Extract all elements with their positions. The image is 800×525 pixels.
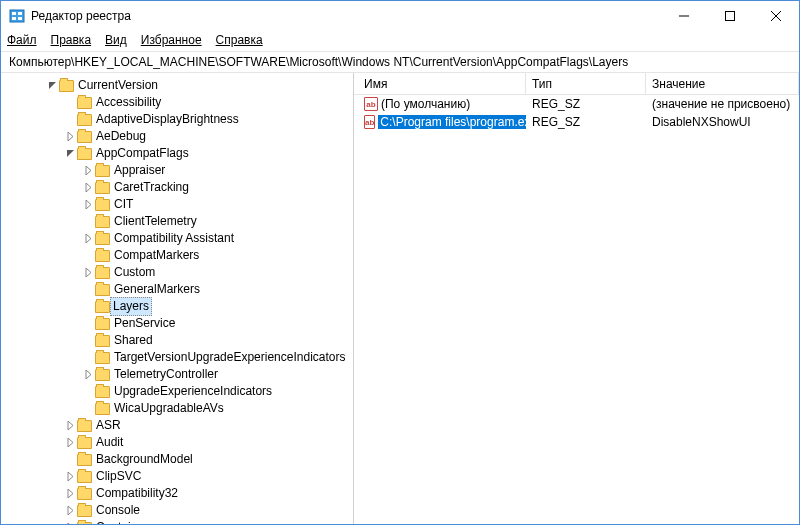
tree-node-label: GeneralMarkers: [113, 281, 201, 298]
svg-rect-1: [12, 12, 16, 15]
tree-node[interactable]: WicaUpgradableAVs: [7, 400, 353, 417]
chevron-right-icon[interactable]: [63, 489, 77, 498]
tree-node[interactable]: CurrentVersion: [7, 77, 353, 94]
menu-favorites[interactable]: Избранное: [141, 33, 202, 47]
tree-node[interactable]: Compatibility Assistant: [7, 230, 353, 247]
col-type[interactable]: Тип: [526, 73, 646, 94]
tree-node[interactable]: GeneralMarkers: [7, 281, 353, 298]
tree-node[interactable]: Layers: [7, 298, 353, 315]
svg-rect-2: [18, 12, 22, 15]
tree-node-label: AppCompatFlags: [95, 145, 190, 162]
tree-node[interactable]: Custom: [7, 264, 353, 281]
chevron-right-icon[interactable]: [63, 472, 77, 481]
svg-rect-0: [10, 10, 24, 22]
folder-icon: [95, 165, 110, 177]
value-row[interactable]: ab(По умолчанию)REG_SZ(значение не присв…: [354, 95, 799, 113]
values-list[interactable]: ab(По умолчанию)REG_SZ(значение не присв…: [354, 95, 799, 524]
tree-node[interactable]: BackgroundModel: [7, 451, 353, 468]
tree-node[interactable]: Accessibility: [7, 94, 353, 111]
chevron-right-icon[interactable]: [63, 506, 77, 515]
tree-node[interactable]: AeDebug: [7, 128, 353, 145]
chevron-down-icon[interactable]: [63, 149, 77, 158]
tree-node[interactable]: AdaptiveDisplayBrightness: [7, 111, 353, 128]
tree-node[interactable]: CIT: [7, 196, 353, 213]
folder-icon: [95, 335, 110, 347]
folder-icon: [77, 97, 92, 109]
window-title: Редактор реестра: [31, 9, 661, 23]
folder-icon: [77, 114, 92, 126]
tree-node-label: Accessibility: [95, 94, 162, 111]
chevron-right-icon[interactable]: [63, 132, 77, 141]
chevron-right-icon[interactable]: [81, 200, 95, 209]
tree-node[interactable]: Compatibility32: [7, 485, 353, 502]
folder-icon: [77, 505, 92, 517]
chevron-right-icon[interactable]: [63, 523, 77, 524]
tree-node[interactable]: AppCompatFlags: [7, 145, 353, 162]
value-data: (значение не присвоено): [646, 97, 799, 111]
columns-header[interactable]: Имя Тип Значение: [354, 73, 799, 95]
chevron-right-icon[interactable]: [63, 438, 77, 447]
tree-node[interactable]: UpgradeExperienceIndicators: [7, 383, 353, 400]
tree-node[interactable]: CaretTracking: [7, 179, 353, 196]
folder-icon: [95, 182, 110, 194]
app-icon: [9, 8, 25, 24]
tree-node[interactable]: ClientTelemetry: [7, 213, 353, 230]
tree-node-label: Compatibility32: [95, 485, 179, 502]
folder-icon: [95, 199, 110, 211]
close-button[interactable]: [753, 1, 799, 31]
tree-node[interactable]: Appraiser: [7, 162, 353, 179]
chevron-down-icon[interactable]: [45, 81, 59, 90]
tree-node-label: CaretTracking: [113, 179, 190, 196]
address-bar[interactable]: Компьютер\HKEY_LOCAL_MACHINE\SOFTWARE\Mi…: [1, 51, 799, 73]
chevron-right-icon[interactable]: [81, 370, 95, 379]
tree-node[interactable]: Console: [7, 502, 353, 519]
menu-help[interactable]: Справка: [216, 33, 263, 47]
tree-node[interactable]: Audit: [7, 434, 353, 451]
svg-marker-32: [68, 472, 73, 481]
tree-node-label: CIT: [113, 196, 134, 213]
value-data: DisableNXShowUI: [646, 115, 799, 129]
svg-marker-12: [68, 132, 73, 141]
svg-marker-9: [49, 82, 56, 89]
col-value[interactable]: Значение: [646, 73, 799, 94]
tree-node[interactable]: TelemetryController: [7, 366, 353, 383]
menu-edit[interactable]: Правка: [51, 33, 92, 47]
tree-node[interactable]: Containers: [7, 519, 353, 524]
value-row[interactable]: abC:\Program files\program.exeREG_SZDisa…: [354, 113, 799, 131]
chevron-right-icon[interactable]: [81, 166, 95, 175]
svg-rect-6: [726, 12, 735, 21]
tree-node-label: Console: [95, 502, 141, 519]
folder-icon: [95, 386, 110, 398]
tree-node-label: UpgradeExperienceIndicators: [113, 383, 273, 400]
titlebar[interactable]: Редактор реестра: [1, 1, 799, 31]
folder-icon: [95, 318, 110, 330]
tree-node-label: AeDebug: [95, 128, 147, 145]
svg-marker-20: [86, 268, 91, 277]
chevron-right-icon[interactable]: [81, 268, 95, 277]
folder-icon: [95, 369, 110, 381]
maximize-button[interactable]: [707, 1, 753, 31]
chevron-right-icon[interactable]: [81, 183, 95, 192]
menubar: Файл Правка Вид Избранное Справка: [1, 31, 799, 51]
menu-file[interactable]: Файл: [7, 33, 37, 47]
tree-node-label: Audit: [95, 434, 124, 451]
tree-pane[interactable]: CurrentVersionAccessibilityAdaptiveDispl…: [1, 73, 354, 524]
tree-node[interactable]: Shared: [7, 332, 353, 349]
col-name[interactable]: Имя: [358, 73, 526, 94]
tree-node[interactable]: PenService: [7, 315, 353, 332]
folder-icon: [95, 267, 110, 279]
svg-marker-18: [86, 234, 91, 243]
value-type: REG_SZ: [526, 97, 646, 111]
tree-node-label: Layers: [110, 297, 152, 316]
menu-view[interactable]: Вид: [105, 33, 127, 47]
chevron-right-icon[interactable]: [81, 234, 95, 243]
minimize-button[interactable]: [661, 1, 707, 31]
tree-node-label: Shared: [113, 332, 154, 349]
tree-node[interactable]: ASR: [7, 417, 353, 434]
tree-node[interactable]: CompatMarkers: [7, 247, 353, 264]
value-name: (По умолчанию): [381, 97, 470, 111]
chevron-right-icon[interactable]: [63, 421, 77, 430]
tree-node[interactable]: TargetVersionUpgradeExperienceIndicators: [7, 349, 353, 366]
tree-node-label: BackgroundModel: [95, 451, 194, 468]
tree-node[interactable]: ClipSVC: [7, 468, 353, 485]
